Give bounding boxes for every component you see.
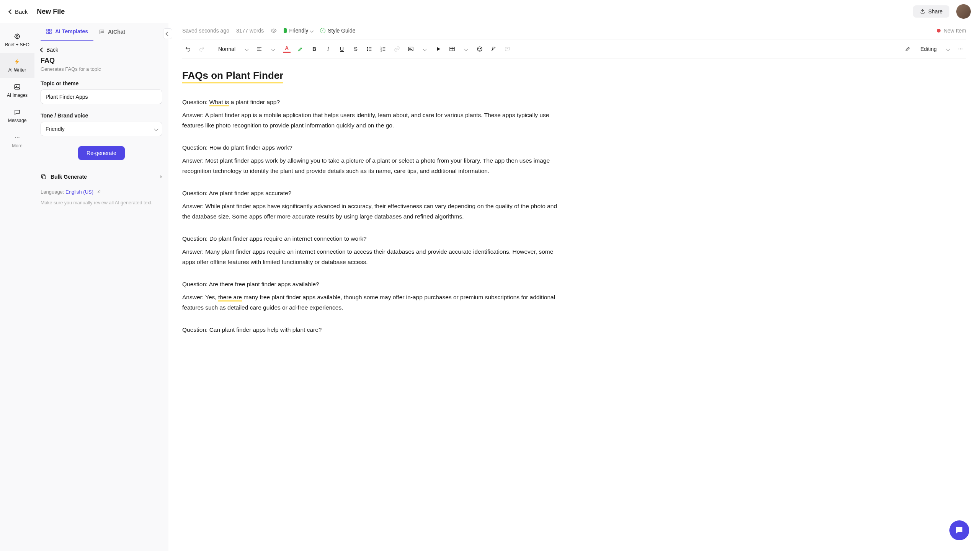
tab-ai-templates[interactable]: AI Templates xyxy=(41,23,93,41)
link-icon xyxy=(394,46,400,52)
underline-icon: U xyxy=(340,46,344,52)
rail-ai-writer[interactable]: AI Writer xyxy=(0,53,34,78)
editing-mode-label: Editing xyxy=(920,46,937,52)
header-back-link[interactable]: Back xyxy=(9,8,28,15)
tone-pill[interactable]: Friendly xyxy=(284,28,313,34)
rail-message[interactable]: Message xyxy=(0,103,34,129)
rail-brief-seo[interactable]: Brief + SEO xyxy=(0,28,34,53)
svg-point-17 xyxy=(367,49,368,49)
chevron-left-icon xyxy=(40,47,45,52)
play-icon xyxy=(435,46,441,52)
share-label: Share xyxy=(928,8,942,15)
svg-point-12 xyxy=(102,31,102,31)
toolbar-more-button[interactable] xyxy=(955,43,966,55)
avatar[interactable] xyxy=(956,4,971,19)
document-body[interactable]: FAQs on Plant Finder Question: What is a… xyxy=(182,70,557,347)
question-6: Question: Can plant finder apps help wit… xyxy=(182,325,557,335)
regenerate-button[interactable]: Re-generate xyxy=(78,146,125,160)
comment-icon xyxy=(504,46,510,52)
edit-icon[interactable] xyxy=(97,189,102,194)
undo-icon xyxy=(185,46,191,52)
clear-format-button[interactable] xyxy=(488,43,499,55)
undo-button[interactable] xyxy=(182,43,194,55)
svg-point-15 xyxy=(273,30,274,31)
emoji-button[interactable] xyxy=(474,43,485,55)
paragraph-style-label: Normal xyxy=(218,46,235,52)
svg-point-6 xyxy=(18,137,19,138)
check-circle-icon: ✓ xyxy=(320,28,325,33)
saved-status: Saved seconds ago xyxy=(182,28,229,34)
text-color-button[interactable]: A xyxy=(281,43,292,55)
copy-icon xyxy=(41,174,47,180)
share-button[interactable]: Share xyxy=(913,5,949,18)
numbered-list-icon: 123 xyxy=(380,46,386,52)
bullet-list-button[interactable] xyxy=(364,43,375,55)
editing-mode-select[interactable]: Editing xyxy=(902,44,952,54)
align-dropdown[interactable] xyxy=(267,43,279,55)
rail-ai-images[interactable]: AI Images xyxy=(0,78,34,103)
chevron-down-icon xyxy=(310,29,314,33)
insert-image-button[interactable] xyxy=(405,43,416,55)
italic-button[interactable]: I xyxy=(322,43,334,55)
highlighter-icon xyxy=(297,46,304,52)
rail-more[interactable]: More xyxy=(0,129,34,154)
highlight-button[interactable] xyxy=(295,43,306,55)
strikethrough-button[interactable]: S xyxy=(350,43,361,55)
svg-point-0 xyxy=(15,34,20,39)
topic-input[interactable] xyxy=(41,90,162,104)
tab-ai-chat[interactable]: AIChat xyxy=(93,23,131,41)
answer-5: Answer: Yes, there are many free plant f… xyxy=(182,292,557,313)
question-2: Question: How do plant finder apps work? xyxy=(182,143,557,153)
comment-button[interactable] xyxy=(501,43,513,55)
chat-bubble-icon xyxy=(955,526,964,535)
language-value[interactable]: English (US) xyxy=(65,189,93,195)
new-item-indicator[interactable]: New Item xyxy=(937,28,966,34)
sidebar-back-link[interactable]: Back xyxy=(34,41,168,55)
dots-icon xyxy=(957,46,964,52)
svg-rect-14 xyxy=(42,176,46,179)
redo-button[interactable] xyxy=(196,43,207,55)
insert-table-button[interactable] xyxy=(446,43,458,55)
bold-icon: B xyxy=(312,46,316,52)
eye-icon[interactable] xyxy=(271,28,277,34)
svg-rect-22 xyxy=(408,47,413,51)
templates-icon xyxy=(46,28,52,34)
insert-video-button[interactable] xyxy=(433,43,444,55)
numbered-list-button[interactable]: 123 xyxy=(377,43,389,55)
collapse-sidebar-button[interactable] xyxy=(163,28,172,39)
rail-more-label: More xyxy=(12,143,22,148)
paragraph-style-select[interactable]: Normal xyxy=(215,44,251,54)
style-guide-pill[interactable]: ✓ Style Guide xyxy=(320,28,355,34)
svg-point-11 xyxy=(101,31,101,31)
link-button[interactable] xyxy=(391,43,403,55)
bulk-generate-row[interactable]: Bulk Generate xyxy=(41,171,162,189)
insert-image-dropdown[interactable] xyxy=(419,43,430,55)
svg-rect-9 xyxy=(47,32,49,34)
tab-ai-chat-label: AIChat xyxy=(108,29,125,35)
target-icon xyxy=(14,33,21,40)
underline-button[interactable]: U xyxy=(336,43,348,55)
bolt-icon xyxy=(14,58,21,65)
chevron-down-icon xyxy=(271,47,275,51)
emoji-icon xyxy=(477,46,483,52)
doc-title: FAQs on Plant Finder xyxy=(182,70,283,83)
align-button[interactable] xyxy=(253,43,265,55)
rail-message-label: Message xyxy=(8,118,27,123)
chevron-left-icon xyxy=(8,9,13,14)
insert-table-dropdown[interactable] xyxy=(460,43,472,55)
tone-label: Tone / Brand voice xyxy=(41,112,162,119)
chevron-down-icon xyxy=(946,47,950,51)
svg-point-26 xyxy=(479,48,479,49)
tone-select[interactable]: Friendly xyxy=(41,122,162,136)
svg-point-29 xyxy=(960,49,961,49)
rail-ai-images-label: AI Images xyxy=(7,93,28,98)
svg-point-5 xyxy=(17,137,18,138)
table-icon xyxy=(449,46,455,52)
tab-ai-templates-label: AI Templates xyxy=(55,28,88,34)
answer-1: Answer: A plant finder app is a mobile a… xyxy=(182,110,557,130)
chevron-down-icon xyxy=(245,47,249,51)
svg-rect-2 xyxy=(15,85,20,89)
svg-point-13 xyxy=(103,31,103,31)
bold-button[interactable]: B xyxy=(309,43,320,55)
help-chat-fab[interactable] xyxy=(949,520,969,540)
